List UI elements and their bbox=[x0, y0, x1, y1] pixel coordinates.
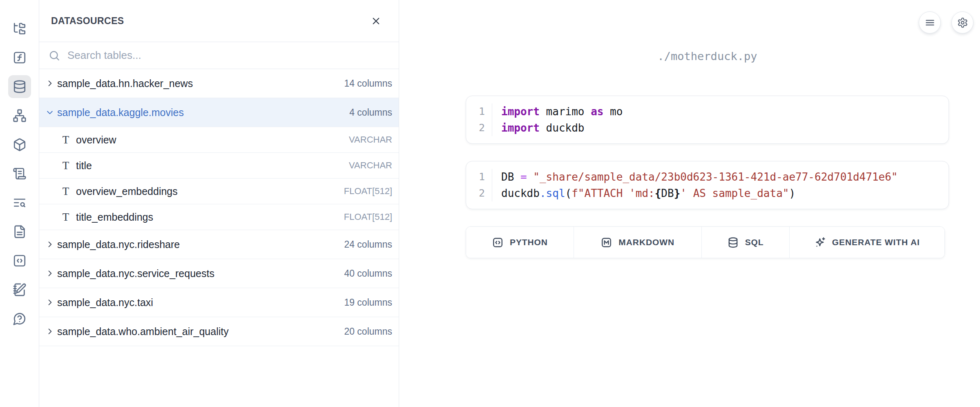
sidebar-item-functions[interactable] bbox=[8, 46, 31, 69]
chevron-icon bbox=[46, 327, 54, 335]
menu-icon bbox=[924, 17, 935, 28]
help-chat-icon bbox=[13, 312, 27, 326]
table-column-count: 40 columns bbox=[344, 268, 392, 279]
add-python-cell-button[interactable]: PYTHON bbox=[466, 227, 574, 258]
add-markdown-label: MARKDOWN bbox=[618, 237, 674, 247]
sidebar-item-help[interactable] bbox=[8, 307, 31, 330]
column-type: VARCHAR bbox=[349, 160, 392, 171]
code-editor[interactable]: DB = "_share/sample_data/23b0d623-1361-4… bbox=[492, 169, 898, 201]
table-row[interactable]: sample_data.hn.hacker_news 14 columns bbox=[39, 69, 399, 98]
close-icon bbox=[371, 16, 382, 27]
text-type-icon: T bbox=[60, 185, 71, 198]
sidebar-item-dependencies[interactable] bbox=[8, 104, 31, 127]
sparkles-icon bbox=[814, 237, 826, 248]
code-editor[interactable]: import marimo as moimport duckdb bbox=[492, 103, 623, 136]
icon-rail bbox=[0, 0, 39, 407]
sidebar-item-datasources[interactable] bbox=[8, 75, 31, 98]
search-row bbox=[39, 42, 399, 69]
sidebar-item-packages[interactable] bbox=[8, 133, 31, 156]
table-row[interactable]: sample_data.nyc.taxi 19 columns bbox=[39, 288, 399, 317]
notebook-area: ./motherduck.py 12 import marimo as moim… bbox=[399, 0, 980, 407]
column-row[interactable]: T title VARCHAR bbox=[39, 153, 399, 179]
table-column-count: 24 columns bbox=[344, 239, 392, 250]
database-icon bbox=[727, 237, 739, 248]
generate-with-ai-button[interactable]: GENERATE WITH AI bbox=[790, 227, 944, 258]
notebook-pen-icon bbox=[13, 283, 27, 297]
text-type-icon: T bbox=[60, 211, 71, 224]
line-numbers: 12 bbox=[466, 169, 492, 201]
chevron-icon bbox=[46, 298, 54, 306]
sidebar-item-log-search[interactable] bbox=[8, 191, 31, 214]
package-icon bbox=[13, 138, 27, 152]
close-panel-button[interactable] bbox=[371, 16, 382, 27]
table-row[interactable]: sample_data.nyc.service_requests 40 colu… bbox=[39, 259, 399, 288]
file-text-icon bbox=[13, 225, 27, 239]
column-row[interactable]: T overview VARCHAR bbox=[39, 127, 399, 153]
text-type-icon: T bbox=[60, 134, 71, 146]
table-name: sample_data.nyc.rideshare bbox=[57, 239, 341, 250]
search-tables-input[interactable] bbox=[67, 49, 399, 62]
gear-icon bbox=[957, 17, 968, 28]
column-name: overview bbox=[76, 134, 344, 146]
code-cell-imports[interactable]: 12 import marimo as moimport duckdb bbox=[466, 96, 949, 144]
tables-list: sample_data.hn.hacker_news 14 columns sa… bbox=[39, 69, 399, 346]
table-row[interactable]: sample_data.who.ambient_air_quality 20 c… bbox=[39, 317, 399, 346]
sidebar-item-snippets[interactable] bbox=[8, 249, 31, 272]
text-type-icon: T bbox=[60, 159, 71, 172]
table-column-count: 19 columns bbox=[344, 297, 392, 308]
generate-with-ai-label: GENERATE WITH AI bbox=[832, 237, 920, 247]
code-square-icon bbox=[492, 237, 504, 248]
code-square-icon bbox=[13, 254, 27, 268]
column-type: FLOAT[512] bbox=[344, 186, 392, 197]
notebook-menu-button[interactable] bbox=[919, 11, 941, 34]
column-name: title_embeddings bbox=[76, 211, 339, 223]
sidebar-item-file-explorer[interactable] bbox=[8, 17, 31, 40]
add-python-label: PYTHON bbox=[510, 237, 548, 247]
column-type: FLOAT[512] bbox=[344, 212, 392, 222]
chevron-icon bbox=[46, 79, 54, 87]
network-icon bbox=[13, 109, 27, 123]
chevron-icon bbox=[46, 240, 54, 248]
text-search-icon bbox=[13, 196, 27, 210]
markdown-square-icon bbox=[601, 237, 612, 248]
add-sql-label: SQL bbox=[745, 237, 764, 247]
database-icon bbox=[13, 80, 27, 94]
notebook-filename: ./motherduck.py bbox=[466, 48, 949, 65]
table-name: sample_data.nyc.service_requests bbox=[57, 268, 341, 280]
column-row[interactable]: T overview_embeddings FLOAT[512] bbox=[39, 179, 399, 204]
table-name: sample_data.kaggle.movies bbox=[57, 107, 346, 119]
datasources-panel: DATASOURCES sample_data.hn.hacker_news 1… bbox=[39, 0, 399, 407]
column-name: title bbox=[76, 160, 344, 172]
file-tree-icon bbox=[13, 22, 27, 36]
panel-title: DATASOURCES bbox=[51, 16, 124, 27]
top-actions bbox=[919, 11, 973, 34]
scroll-text-icon bbox=[13, 167, 27, 181]
code-cell-attach-db[interactable]: 12 DB = "_share/sample_data/23b0d623-136… bbox=[466, 161, 949, 209]
function-square-icon bbox=[13, 51, 27, 65]
sidebar-item-scratchpad[interactable] bbox=[8, 278, 31, 301]
sidebar-item-documentation[interactable] bbox=[8, 220, 31, 243]
table-name: sample_data.nyc.taxi bbox=[57, 297, 341, 309]
search-icon bbox=[48, 49, 60, 62]
add-sql-cell-button[interactable]: SQL bbox=[702, 227, 790, 258]
add-cell-bar: PYTHON MARKDOWN SQL GENERATE WITH AI bbox=[466, 226, 945, 258]
panel-header: DATASOURCES bbox=[39, 0, 399, 42]
table-column-count: 4 columns bbox=[349, 107, 392, 118]
table-column-count: 20 columns bbox=[344, 326, 392, 337]
table-row[interactable]: sample_data.nyc.rideshare 24 columns bbox=[39, 230, 399, 259]
notebook-content: ./motherduck.py 12 import marimo as moim… bbox=[466, 0, 949, 258]
column-type: VARCHAR bbox=[349, 134, 392, 145]
table-column-count: 14 columns bbox=[344, 78, 392, 89]
column-name: overview_embeddings bbox=[76, 186, 339, 197]
add-markdown-cell-button[interactable]: MARKDOWN bbox=[574, 227, 702, 258]
column-row[interactable]: T title_embeddings FLOAT[512] bbox=[39, 204, 399, 230]
table-name: sample_data.who.ambient_air_quality bbox=[57, 326, 341, 338]
chevron-icon bbox=[46, 269, 54, 277]
table-row[interactable]: sample_data.kaggle.movies 4 columns bbox=[39, 98, 399, 127]
settings-button[interactable] bbox=[951, 11, 973, 34]
line-numbers: 12 bbox=[466, 103, 492, 136]
chevron-icon bbox=[46, 108, 54, 116]
table-name: sample_data.hn.hacker_news bbox=[57, 78, 341, 89]
sidebar-item-logs[interactable] bbox=[8, 162, 31, 185]
